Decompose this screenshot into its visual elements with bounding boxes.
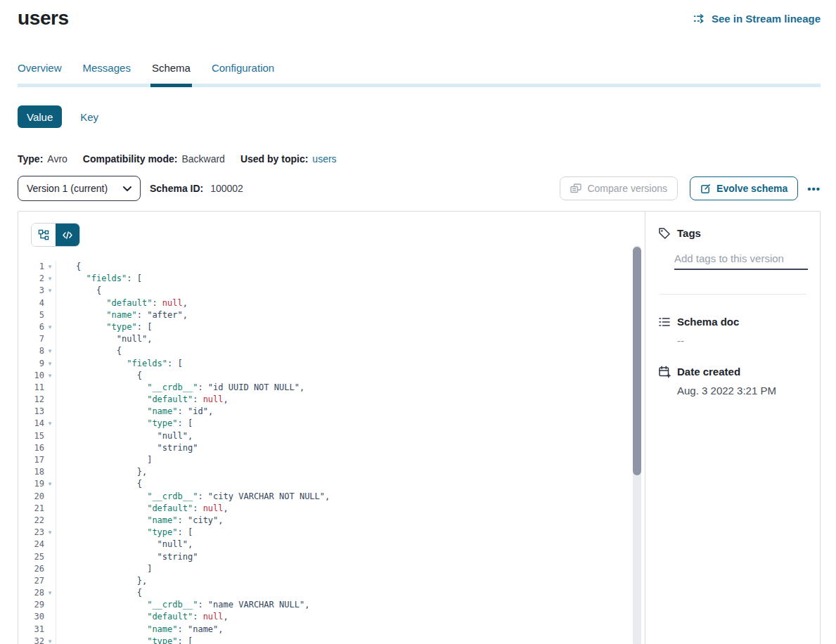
gutter-cell: 3▾ [18,285,56,297]
code-text[interactable]: "type": [ [56,636,193,644]
gutter-cell: 23▾ [18,527,56,539]
code-text[interactable]: }, [56,575,147,587]
code-text[interactable]: "default": null, [56,611,229,623]
see-in-stream-lineage-link[interactable]: See in Stream lineage [693,13,821,25]
calendar-plus-icon [658,366,671,378]
line-number: 27 [18,575,44,587]
gutter-cell: 12 [18,394,56,406]
sidebar-divider [660,294,806,295]
code-line: 32▾ "type": [ [18,636,645,644]
fold-arrow-icon[interactable]: ▾ [44,273,56,285]
tab-messages[interactable]: Messages [83,62,131,84]
date-created-value: Aug. 3 2022 3:21 PM [677,385,809,397]
fold-arrow-icon[interactable]: ▾ [44,370,56,382]
fold-arrow-icon[interactable]: ▾ [44,418,56,430]
editor-scrollbar-track[interactable] [633,245,641,644]
code-text[interactable]: "fields": [ [56,358,183,370]
code-text[interactable]: "type": [ [56,527,193,539]
tags-section-header: Tags [658,227,809,240]
code-text[interactable]: "name": "id", [56,406,213,418]
code-text[interactable]: "name": "after", [56,309,188,321]
value-key-toggle: Value Key [18,105,821,128]
code-text[interactable]: { [56,587,142,599]
compatibility-value: Backward [181,153,224,165]
line-number: 10 [18,370,44,382]
line-number: 1 [18,261,44,273]
type-value: Avro [47,153,67,165]
fold-arrow-icon[interactable]: ▾ [44,527,56,539]
code-text[interactable]: "name": "city", [56,515,224,527]
tab-configuration[interactable]: Configuration [212,62,274,84]
code-text[interactable]: "__crdb__": "id UUID NOT NULL", [56,382,304,394]
code-text[interactable]: "null", [56,430,193,442]
line-number: 15 [18,430,44,442]
code-text[interactable]: }, [56,466,147,478]
code-line: 6▾ "type": [ [18,321,645,333]
line-number: 31 [18,624,44,636]
gutter-cell: 24 [18,539,56,550]
schema-sidebar: Tags Schema doc -- [645,212,820,644]
code-text[interactable]: "null", [56,539,193,550]
code-text[interactable]: "type": [ [56,418,193,430]
tab-overview[interactable]: Overview [18,62,62,84]
fold-arrow-icon[interactable]: ▾ [44,636,56,644]
gutter-cell: 10▾ [18,370,56,382]
code-text[interactable]: "__crdb__": "city VARCHAR NOT NULL", [56,491,330,503]
gutter-cell: 31 [18,624,56,636]
code-text[interactable]: "string" [56,442,198,454]
code-line: 12 "default": null, [18,394,645,406]
evolve-schema-button[interactable]: Evolve schema [690,176,798,200]
fold-arrow-icon[interactable]: ▾ [44,587,56,599]
key-toggle-button[interactable]: Key [80,111,98,123]
line-number: 17 [18,454,44,466]
code-line: 21 "default": null, [18,503,645,515]
gutter-cell: 17 [18,454,56,466]
fold-arrow-icon[interactable]: ▾ [44,358,56,370]
line-number: 7 [18,333,44,345]
line-number: 19 [18,478,44,490]
code-text[interactable]: "__crdb__": "name VARCHAR NULL", [56,599,309,611]
code-line: 25 "string" [18,551,645,563]
code-text[interactable]: "name": "name", [56,624,224,636]
code-text[interactable]: ] [56,454,152,466]
tag-icon [658,227,671,240]
more-options-button[interactable]: ••• [807,183,821,194]
line-number: 26 [18,563,44,575]
code-text[interactable]: { [56,261,81,273]
code-text[interactable]: "string" [56,551,198,563]
code-text[interactable]: ] [56,563,152,575]
topic-link[interactable]: users [312,153,336,165]
code-line: 7 "null", [18,333,645,345]
code-line: 22 "name": "city", [18,515,645,527]
code-text[interactable]: "type": [ [56,321,152,333]
code-line: 30 "default": null, [18,611,645,623]
fold-arrow-icon[interactable]: ▾ [44,478,56,490]
code-text[interactable]: "fields": [ [56,273,142,285]
code-text[interactable]: { [56,370,142,382]
code-view-button[interactable] [56,224,79,246]
code-text[interactable]: "default": null, [56,503,229,515]
code-text[interactable]: "default": null, [56,297,188,309]
tab-schema[interactable]: Schema [152,62,191,84]
add-tags-input[interactable] [674,252,808,270]
code-text[interactable]: { [56,478,142,490]
line-number: 6 [18,321,44,333]
fold-arrow-icon[interactable]: ▾ [44,321,56,333]
schema-doc-icon [658,316,671,328]
gutter-cell: 6▾ [18,321,56,333]
compare-versions-button[interactable]: Compare versions [560,176,678,200]
code-text[interactable]: { [56,345,122,357]
fold-arrow-icon[interactable]: ▾ [44,261,56,273]
code-text[interactable]: { [56,285,101,297]
value-toggle-button[interactable]: Value [18,105,62,128]
tree-view-button[interactable] [32,224,56,246]
editor-scrollbar-thumb[interactable] [633,247,641,475]
fold-arrow-icon[interactable]: ▾ [44,345,56,357]
code-text[interactable]: "null", [56,333,152,345]
code-line: 3▾ { [18,285,645,297]
gutter-cell: 15 [18,430,56,442]
line-number: 2 [18,273,44,285]
fold-arrow-icon[interactable]: ▾ [44,285,56,297]
version-select[interactable]: Version 1 (current) [18,176,141,201]
code-text[interactable]: "default": null, [56,394,229,406]
